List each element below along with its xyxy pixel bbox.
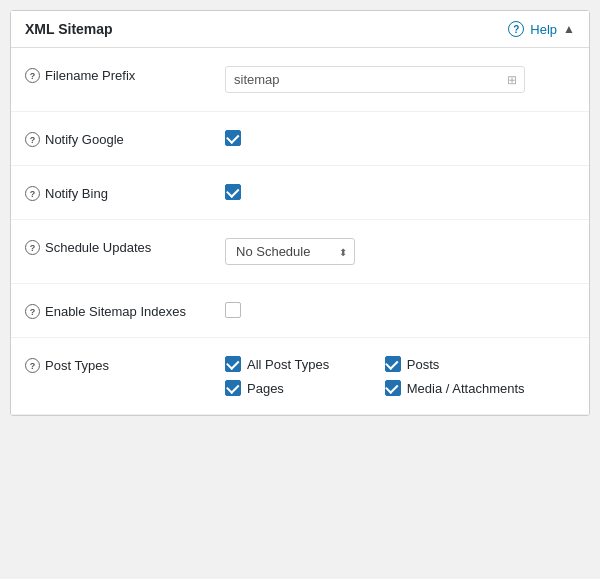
- row-enable-sitemap-indexes: ? Enable Sitemap Indexes: [11, 284, 589, 338]
- checkbox-wrap-pages[interactable]: Pages: [225, 380, 365, 396]
- panel-header: XML Sitemap ? Help ▲: [11, 11, 589, 48]
- question-icon-post-types[interactable]: ?: [25, 358, 40, 373]
- label-all-post-types: All Post Types: [247, 357, 329, 372]
- file-icon: ⊞: [507, 73, 517, 87]
- input-wrapper-filename: ⊞: [225, 66, 525, 93]
- label-post-types: ? Post Types: [25, 356, 225, 373]
- checkbox-notify-google[interactable]: [225, 130, 241, 146]
- checkbox-posts[interactable]: [385, 356, 401, 372]
- filename-prefix-input[interactable]: [225, 66, 525, 93]
- checkbox-pages[interactable]: [225, 380, 241, 396]
- label-notify-google: ? Notify Google: [25, 130, 225, 147]
- post-types-grid: All Post Types Posts Pages Media / Attac…: [225, 356, 525, 396]
- xml-sitemap-panel: XML Sitemap ? Help ▲ ? Filename Prefix ⊞: [10, 10, 590, 416]
- checkbox-wrap-notify-bing[interactable]: [225, 184, 241, 200]
- panel-header-actions: ? Help ▲: [508, 21, 575, 37]
- checkbox-sitemap-indexes[interactable]: [225, 302, 241, 318]
- label-text-filename: Filename Prefix: [45, 68, 135, 83]
- control-schedule-updates: No Schedule Daily Weekly Monthly ⬍: [225, 238, 575, 265]
- row-post-types: ? Post Types All Post Types Posts Pages: [11, 338, 589, 415]
- label-filename-prefix: ? Filename Prefix: [25, 66, 225, 83]
- label-posts: Posts: [407, 357, 440, 372]
- checkbox-wrap-notify-google[interactable]: [225, 130, 241, 146]
- question-icon-filename[interactable]: ?: [25, 68, 40, 83]
- checkbox-wrap-posts[interactable]: Posts: [385, 356, 525, 372]
- label-text-schedule: Schedule Updates: [45, 240, 151, 255]
- help-icon[interactable]: ?: [508, 21, 524, 37]
- label-media-attachments: Media / Attachments: [407, 381, 525, 396]
- label-pages: Pages: [247, 381, 284, 396]
- question-icon-notify-bing[interactable]: ?: [25, 186, 40, 201]
- schedule-select[interactable]: No Schedule Daily Weekly Monthly: [225, 238, 355, 265]
- panel-title: XML Sitemap: [25, 21, 113, 37]
- label-enable-sitemap-indexes: ? Enable Sitemap Indexes: [25, 302, 225, 319]
- checkbox-media-attachments[interactable]: [385, 380, 401, 396]
- row-notify-bing: ? Notify Bing: [11, 166, 589, 220]
- question-icon-notify-google[interactable]: ?: [25, 132, 40, 147]
- label-notify-bing: ? Notify Bing: [25, 184, 225, 201]
- checkbox-wrap-indexes[interactable]: [225, 302, 241, 318]
- help-label[interactable]: Help: [530, 22, 557, 37]
- collapse-icon[interactable]: ▲: [563, 22, 575, 36]
- row-notify-google: ? Notify Google: [11, 112, 589, 166]
- label-schedule-updates: ? Schedule Updates: [25, 238, 225, 255]
- question-icon-schedule[interactable]: ?: [25, 240, 40, 255]
- checkbox-wrap-media-attachments[interactable]: Media / Attachments: [385, 380, 525, 396]
- control-notify-bing: [225, 184, 575, 200]
- schedule-select-wrap: No Schedule Daily Weekly Monthly ⬍: [225, 238, 355, 265]
- row-filename-prefix: ? Filename Prefix ⊞: [11, 48, 589, 112]
- label-text-indexes: Enable Sitemap Indexes: [45, 304, 186, 319]
- checkbox-wrap-all-post-types[interactable]: All Post Types: [225, 356, 365, 372]
- control-post-types: All Post Types Posts Pages Media / Attac…: [225, 356, 575, 396]
- label-text-post-types: Post Types: [45, 358, 109, 373]
- control-notify-google: [225, 130, 575, 146]
- control-enable-sitemap-indexes: [225, 302, 575, 318]
- row-schedule-updates: ? Schedule Updates No Schedule Daily Wee…: [11, 220, 589, 284]
- label-text-notify-bing: Notify Bing: [45, 186, 108, 201]
- label-text-notify-google: Notify Google: [45, 132, 124, 147]
- panel-body: ? Filename Prefix ⊞ ? Notify Google: [11, 48, 589, 415]
- checkbox-notify-bing[interactable]: [225, 184, 241, 200]
- control-filename-prefix: ⊞: [225, 66, 575, 93]
- question-icon-indexes[interactable]: ?: [25, 304, 40, 319]
- checkbox-all-post-types[interactable]: [225, 356, 241, 372]
